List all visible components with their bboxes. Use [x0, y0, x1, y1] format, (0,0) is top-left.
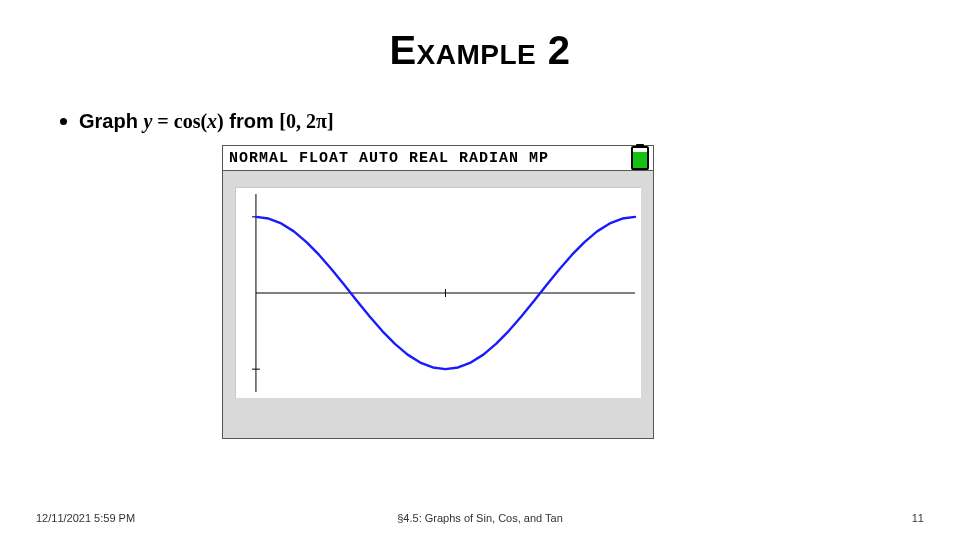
footer-page: 11 [912, 512, 924, 524]
interval-b: 2π [306, 110, 327, 132]
battery-icon [631, 146, 649, 170]
calculator-screen [235, 187, 641, 398]
calculator-frame: NORMAL FLOAT AUTO REAL RADIAN MP [222, 145, 654, 439]
slide: Example 2 Graph y = cos(x) from [0, 2π] … [0, 0, 960, 540]
interval-a: 0 [286, 110, 296, 132]
prompt-from: from [229, 110, 279, 132]
interval-close: ] [327, 110, 334, 132]
prompt-x: x [207, 110, 217, 132]
prompt-y: y [143, 110, 152, 132]
footer-date: 12/11/2021 5:59 PM [36, 512, 135, 524]
prompt-fn-close: ) [217, 110, 224, 132]
prompt-lead: Graph [79, 110, 143, 132]
calculator-status-text: NORMAL FLOAT AUTO REAL RADIAN MP [229, 150, 549, 167]
cosine-plot [236, 188, 641, 398]
footer-section: §4.5: Graphs of Sin, Cos, and Tan [0, 512, 960, 524]
prompt-fn: cos( [174, 110, 207, 132]
prompt-row: Graph y = cos(x) from [0, 2π] [60, 110, 334, 133]
interval-open: [ [279, 110, 286, 132]
title-text: Example 2 [389, 28, 570, 72]
slide-title: Example 2 [0, 28, 960, 73]
prompt-eq: = [152, 110, 173, 132]
footer: 12/11/2021 5:59 PM §4.5: Graphs of Sin, … [0, 512, 960, 524]
bullet-icon [60, 118, 67, 125]
interval-sep: , [296, 110, 306, 132]
prompt-text: Graph y = cos(x) from [0, 2π] [79, 110, 334, 133]
calculator-status-bar: NORMAL FLOAT AUTO REAL RADIAN MP [223, 146, 653, 171]
